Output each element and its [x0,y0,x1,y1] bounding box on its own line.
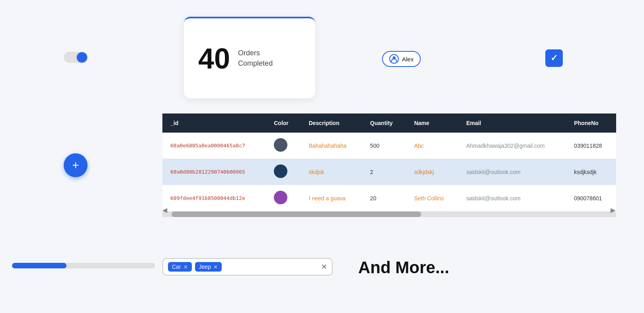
col-header-id: _id [162,113,266,133]
col-header-name: Name [406,113,458,133]
tag-chip: Jeep✕ [195,262,222,272]
and-more-label: And More... [358,258,449,277]
col-header-quantity: Quantity [362,113,406,133]
tags-input-box[interactable]: Car✕Jeep✕ ✕ [162,258,333,276]
cell-quantity: 2 [362,159,406,185]
cell-id: 60a0d80b2812290740b00965 [162,159,266,185]
cell-id: 60a0e6805a8ea0000465a8c7 [162,133,266,159]
tags-clear-button[interactable]: ✕ [321,263,327,270]
cell-color [266,133,301,159]
stats-number: 40 [198,44,230,73]
toggle-wrapper[interactable] [64,52,88,63]
checkmark-button[interactable] [545,49,563,67]
color-swatch [274,164,287,178]
add-button[interactable] [64,153,88,177]
scroll-arrow-left[interactable]: ◀ [162,206,167,214]
col-header-email: Email [458,113,566,133]
cell-email: saidskit@outlook.com [458,185,566,211]
cell-email: Ahmadkhawaja302@gmail.com [458,133,566,159]
table-row[interactable]: 60a0d80b2812290740b00965 skdjsk 2 sdkjds… [162,159,616,185]
cell-description: Bahahahahaha [301,133,362,159]
data-table: _id Color Description Quantity Name Emai… [162,113,616,211]
tag-chip: Car✕ [168,262,192,272]
user-badge[interactable]: Alex [382,51,421,67]
table-row[interactable]: 609fdee4f91b8500044db12e I need a guava … [162,185,616,211]
tag-remove-button[interactable]: ✕ [183,264,188,270]
progress-bar[interactable] [12,263,155,268]
table-header-row: _id Color Description Quantity Name Emai… [162,113,616,133]
cell-id: 609fdee4f91b8500044db12e [162,185,266,211]
color-swatch [274,138,287,152]
user-avatar-icon [389,54,399,64]
toggle-switch[interactable] [64,52,88,63]
cell-color [266,185,301,211]
tags-input-section: Car✕Jeep✕ ✕ [162,258,333,276]
cell-description: skdjsk [301,159,362,185]
stats-card: 40 Orders Completed [184,17,315,98]
tag-label: Jeep [199,264,211,270]
col-header-color: Color [266,113,301,133]
color-swatch [274,191,287,204]
cell-description: I need a guava [301,185,362,211]
col-header-phone: PhoneNo [566,113,616,133]
cell-quantity: 500 [362,133,406,159]
cell-color [266,159,301,185]
cell-name: sdkjdskj [406,159,458,185]
scroll-arrow-right[interactable]: ▶ [611,206,615,214]
tag-label: Car [172,264,181,270]
tag-remove-button[interactable]: ✕ [213,264,218,270]
table-row[interactable]: 60a0e6805a8ea0000465a8c7 Bahahahahaha 50… [162,133,616,159]
cell-name: Seth Collins [406,185,458,211]
stats-label: Orders Completed [238,48,273,68]
cell-phone: 090078601 [566,185,616,211]
toggle-knob [77,52,87,63]
col-header-description: Description [301,113,362,133]
cell-email: saidskit@outlook.com [458,159,566,185]
cell-name: Abc [406,133,458,159]
cell-quantity: 20 [362,185,406,211]
data-table-section: _id Color Description Quantity Name Emai… [162,113,616,217]
user-name: Alex [402,56,414,63]
cell-phone: ksdjksdjk [566,159,616,185]
tags-text-input[interactable] [225,264,318,270]
progress-fill [12,263,66,268]
cell-phone: 039011828 [566,133,616,159]
